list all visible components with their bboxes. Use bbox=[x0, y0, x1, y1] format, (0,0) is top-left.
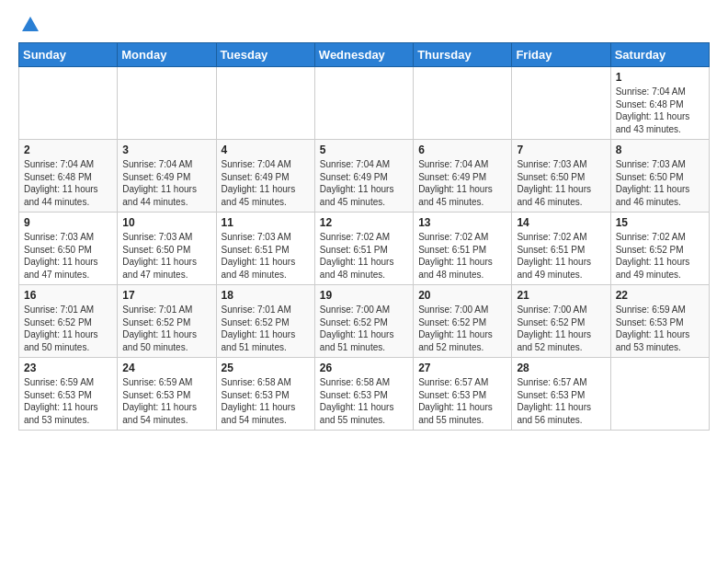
calendar-cell bbox=[512, 67, 610, 140]
calendar-cell: 3Sunrise: 7:04 AM Sunset: 6:49 PM Daylig… bbox=[118, 140, 216, 213]
calendar-cell: 5Sunrise: 7:04 AM Sunset: 6:49 PM Daylig… bbox=[314, 140, 413, 213]
calendar-cell: 8Sunrise: 7:03 AM Sunset: 6:50 PM Daylig… bbox=[610, 140, 709, 213]
day-info: Sunrise: 7:02 AM Sunset: 6:51 PM Dayligh… bbox=[418, 231, 506, 281]
calendar-cell bbox=[216, 67, 314, 140]
weekday-header-sunday: Sunday bbox=[19, 43, 118, 67]
calendar-cell: 12Sunrise: 7:02 AM Sunset: 6:51 PM Dayli… bbox=[314, 213, 413, 285]
day-info: Sunrise: 6:57 AM Sunset: 6:53 PM Dayligh… bbox=[418, 376, 506, 426]
calendar-cell: 9Sunrise: 7:03 AM Sunset: 6:50 PM Daylig… bbox=[19, 213, 118, 285]
calendar-cell bbox=[19, 67, 118, 140]
calendar-cell: 23Sunrise: 6:59 AM Sunset: 6:53 PM Dayli… bbox=[19, 358, 118, 431]
day-info: Sunrise: 7:03 AM Sunset: 6:51 PM Dayligh… bbox=[222, 231, 310, 281]
calendar-cell: 17Sunrise: 7:01 AM Sunset: 6:52 PM Dayli… bbox=[118, 285, 216, 358]
day-number: 23 bbox=[24, 362, 112, 374]
day-info: Sunrise: 6:57 AM Sunset: 6:53 PM Dayligh… bbox=[517, 376, 605, 426]
weekday-header-saturday: Saturday bbox=[610, 43, 709, 67]
calendar-cell: 13Sunrise: 7:02 AM Sunset: 6:51 PM Dayli… bbox=[414, 213, 512, 285]
day-number: 26 bbox=[320, 362, 408, 374]
day-number: 12 bbox=[320, 216, 408, 229]
calendar-cell bbox=[118, 67, 216, 140]
day-number: 11 bbox=[222, 216, 310, 229]
day-number: 28 bbox=[517, 362, 605, 374]
calendar-cell: 2Sunrise: 7:04 AM Sunset: 6:48 PM Daylig… bbox=[19, 140, 118, 213]
day-number: 27 bbox=[418, 362, 506, 374]
calendar-cell: 21Sunrise: 7:00 AM Sunset: 6:52 PM Dayli… bbox=[512, 285, 610, 358]
day-info: Sunrise: 7:04 AM Sunset: 6:49 PM Dayligh… bbox=[418, 158, 506, 208]
logo bbox=[18, 15, 42, 35]
day-info: Sunrise: 7:02 AM Sunset: 6:51 PM Dayligh… bbox=[320, 231, 408, 281]
day-info: Sunrise: 7:03 AM Sunset: 6:50 PM Dayligh… bbox=[24, 231, 112, 281]
day-number: 21 bbox=[517, 289, 605, 302]
calendar-cell: 16Sunrise: 7:01 AM Sunset: 6:52 PM Dayli… bbox=[19, 285, 118, 358]
day-number: 13 bbox=[418, 216, 506, 229]
day-info: Sunrise: 7:02 AM Sunset: 6:51 PM Dayligh… bbox=[517, 231, 605, 281]
day-info: Sunrise: 7:00 AM Sunset: 6:52 PM Dayligh… bbox=[517, 304, 605, 353]
calendar-week-2: 2Sunrise: 7:04 AM Sunset: 6:48 PM Daylig… bbox=[19, 140, 710, 213]
header bbox=[18, 15, 710, 35]
calendar-cell: 7Sunrise: 7:03 AM Sunset: 6:50 PM Daylig… bbox=[512, 140, 610, 213]
day-info: Sunrise: 6:59 AM Sunset: 6:53 PM Dayligh… bbox=[616, 304, 704, 353]
day-number: 10 bbox=[122, 216, 210, 229]
day-info: Sunrise: 7:01 AM Sunset: 6:52 PM Dayligh… bbox=[122, 304, 210, 353]
day-number: 4 bbox=[222, 144, 310, 156]
day-number: 3 bbox=[122, 144, 210, 156]
day-number: 2 bbox=[24, 144, 112, 156]
day-number: 19 bbox=[320, 289, 408, 302]
calendar-cell bbox=[610, 358, 709, 431]
day-number: 20 bbox=[418, 289, 506, 302]
day-number: 18 bbox=[222, 289, 310, 302]
calendar-cell: 4Sunrise: 7:04 AM Sunset: 6:49 PM Daylig… bbox=[216, 140, 314, 213]
day-number: 24 bbox=[122, 362, 210, 374]
calendar-week-3: 9Sunrise: 7:03 AM Sunset: 6:50 PM Daylig… bbox=[19, 213, 710, 285]
day-info: Sunrise: 7:00 AM Sunset: 6:52 PM Dayligh… bbox=[418, 304, 506, 353]
weekday-header-tuesday: Tuesday bbox=[216, 43, 314, 67]
day-number: 9 bbox=[24, 216, 112, 229]
calendar-week-1: 1Sunrise: 7:04 AM Sunset: 6:48 PM Daylig… bbox=[19, 67, 710, 140]
day-number: 15 bbox=[616, 216, 704, 229]
day-number: 16 bbox=[24, 289, 112, 302]
calendar-cell bbox=[414, 67, 512, 140]
day-number: 7 bbox=[517, 144, 605, 156]
day-number: 6 bbox=[418, 144, 506, 156]
page: SundayMondayTuesdayWednesdayThursdayFrid… bbox=[0, 0, 728, 563]
day-number: 8 bbox=[616, 144, 704, 156]
logo-text bbox=[18, 15, 42, 35]
calendar-week-5: 23Sunrise: 6:59 AM Sunset: 6:53 PM Dayli… bbox=[19, 358, 710, 431]
day-info: Sunrise: 7:01 AM Sunset: 6:52 PM Dayligh… bbox=[24, 304, 112, 353]
calendar-cell: 25Sunrise: 6:58 AM Sunset: 6:53 PM Dayli… bbox=[216, 358, 314, 431]
day-info: Sunrise: 7:04 AM Sunset: 6:49 PM Dayligh… bbox=[320, 158, 408, 208]
day-info: Sunrise: 7:04 AM Sunset: 6:48 PM Dayligh… bbox=[24, 158, 112, 208]
day-info: Sunrise: 7:01 AM Sunset: 6:52 PM Dayligh… bbox=[222, 304, 310, 353]
calendar-cell: 1Sunrise: 7:04 AM Sunset: 6:48 PM Daylig… bbox=[610, 67, 709, 140]
day-info: Sunrise: 6:59 AM Sunset: 6:53 PM Dayligh… bbox=[122, 376, 210, 426]
day-info: Sunrise: 7:00 AM Sunset: 6:52 PM Dayligh… bbox=[320, 304, 408, 353]
calendar-cell: 24Sunrise: 6:59 AM Sunset: 6:53 PM Dayli… bbox=[118, 358, 216, 431]
calendar-cell: 18Sunrise: 7:01 AM Sunset: 6:52 PM Dayli… bbox=[216, 285, 314, 358]
weekday-header-thursday: Thursday bbox=[414, 43, 512, 67]
calendar-week-4: 16Sunrise: 7:01 AM Sunset: 6:52 PM Dayli… bbox=[19, 285, 710, 358]
day-info: Sunrise: 6:59 AM Sunset: 6:53 PM Dayligh… bbox=[24, 376, 112, 426]
day-info: Sunrise: 7:04 AM Sunset: 6:49 PM Dayligh… bbox=[222, 158, 310, 208]
calendar-cell: 14Sunrise: 7:02 AM Sunset: 6:51 PM Dayli… bbox=[512, 213, 610, 285]
svg-marker-0 bbox=[22, 17, 39, 31]
calendar-cell: 26Sunrise: 6:58 AM Sunset: 6:53 PM Dayli… bbox=[314, 358, 413, 431]
day-number: 25 bbox=[222, 362, 310, 374]
day-info: Sunrise: 7:03 AM Sunset: 6:50 PM Dayligh… bbox=[616, 158, 704, 208]
calendar-cell: 28Sunrise: 6:57 AM Sunset: 6:53 PM Dayli… bbox=[512, 358, 610, 431]
calendar-cell bbox=[314, 67, 413, 140]
day-number: 22 bbox=[616, 289, 704, 302]
day-number: 5 bbox=[320, 144, 408, 156]
calendar-cell: 10Sunrise: 7:03 AM Sunset: 6:50 PM Dayli… bbox=[118, 213, 216, 285]
calendar-table: SundayMondayTuesdayWednesdayThursdayFrid… bbox=[18, 42, 710, 431]
calendar-cell: 27Sunrise: 6:57 AM Sunset: 6:53 PM Dayli… bbox=[414, 358, 512, 431]
calendar-cell: 22Sunrise: 6:59 AM Sunset: 6:53 PM Dayli… bbox=[610, 285, 709, 358]
calendar-cell: 6Sunrise: 7:04 AM Sunset: 6:49 PM Daylig… bbox=[414, 140, 512, 213]
day-number: 14 bbox=[517, 216, 605, 229]
logo-icon bbox=[20, 15, 40, 35]
weekday-header-friday: Friday bbox=[512, 43, 610, 67]
calendar-header-row: SundayMondayTuesdayWednesdayThursdayFrid… bbox=[19, 43, 710, 67]
day-info: Sunrise: 6:58 AM Sunset: 6:53 PM Dayligh… bbox=[320, 376, 408, 426]
day-info: Sunrise: 7:04 AM Sunset: 6:48 PM Dayligh… bbox=[616, 86, 704, 135]
day-info: Sunrise: 7:02 AM Sunset: 6:52 PM Dayligh… bbox=[616, 231, 704, 281]
weekday-header-wednesday: Wednesday bbox=[314, 43, 413, 67]
